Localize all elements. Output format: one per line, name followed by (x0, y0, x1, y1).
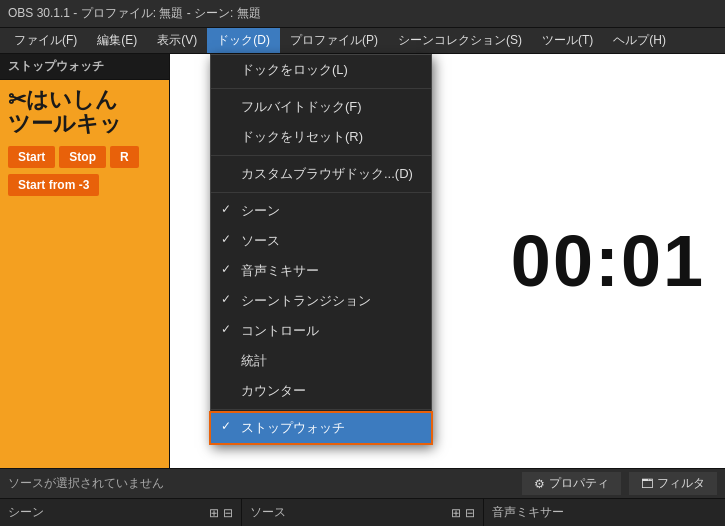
menu-scene-collection[interactable]: シーンコレクション(S) (388, 28, 532, 53)
title-bar: OBS 30.1.1 - プロファイル: 無題 - シーン: 無題 (0, 0, 725, 28)
menu-file[interactable]: ファイル(F) (4, 28, 87, 53)
menu-profile[interactable]: プロファイル(P) (280, 28, 388, 53)
dock-stats[interactable]: 統計 (211, 346, 431, 376)
dock-counter[interactable]: カウンター (211, 376, 431, 406)
reset-button[interactable]: R (110, 146, 139, 168)
bottom-bar: シーン ⊞ ⊟ ソース ⊞ ⊟ 音声ミキサー (0, 498, 725, 526)
start-button[interactable]: Start (8, 146, 55, 168)
bottom-section-audio: 音声ミキサー (484, 499, 725, 526)
menu-edit[interactable]: 編集(E) (87, 28, 147, 53)
dock-audio-mixer[interactable]: 音声ミキサー (211, 256, 431, 286)
start-from-row: Start from -3 (8, 174, 99, 196)
audio-label: 音声ミキサー (492, 504, 564, 521)
dock-stopwatch[interactable]: ストップウォッチ (211, 413, 431, 443)
menu-view[interactable]: 表示(V) (147, 28, 207, 53)
dock-scene[interactable]: シーン (211, 196, 431, 226)
dock-fullbyte[interactable]: フルバイトドック(F) (211, 92, 431, 122)
scene-add-icon[interactable]: ⊞ (209, 506, 219, 520)
scene-remove-icon[interactable]: ⊟ (223, 506, 233, 520)
dock-custom-browser[interactable]: カスタムブラウザドック...(D) (211, 159, 431, 189)
dock-lock[interactable]: ドックをロック(L) (211, 55, 431, 85)
dock-title: ストップウォッチ (0, 54, 169, 80)
dock-reset[interactable]: ドックをリセット(R) (211, 122, 431, 152)
menu-tools[interactable]: ツール(T) (532, 28, 603, 53)
source-remove-icon[interactable]: ⊟ (465, 506, 475, 520)
plugin-logo: ✂はいしん ツールキッ (8, 88, 122, 136)
separator-2 (211, 155, 431, 156)
source-label: ソース (250, 504, 286, 521)
separator-1 (211, 88, 431, 89)
status-text: ソースが選択されていません (8, 475, 514, 492)
start-from-button[interactable]: Start from -3 (8, 174, 99, 196)
stop-button[interactable]: Stop (59, 146, 106, 168)
dock-controls[interactable]: コントロール (211, 316, 431, 346)
plugin-widget: ✂はいしん ツールキッ Start Stop R Start from -3 (0, 80, 169, 468)
scene-label: シーン (8, 504, 44, 521)
gear-icon: ⚙ (534, 477, 545, 491)
title-bar-text: OBS 30.1.1 - プロファイル: 無題 - シーン: 無題 (8, 5, 261, 22)
dock-dropdown-menu: ドックをロック(L) フルバイトドック(F) ドックをリセット(R) カスタムブ… (210, 54, 432, 444)
stopwatch-buttons: Start Stop R (8, 146, 139, 168)
menu-help[interactable]: ヘルプ(H) (603, 28, 676, 53)
menu-bar: ファイル(F) 編集(E) 表示(V) ドック(D) プロファイル(P) シーン… (0, 28, 725, 54)
dock-scene-transitions[interactable]: シーントランジション (211, 286, 431, 316)
properties-button[interactable]: ⚙ プロパティ (522, 472, 621, 495)
dock-source[interactable]: ソース (211, 226, 431, 256)
status-bar: ソースが選択されていません ⚙ プロパティ 🗔 フィルタ (0, 468, 725, 498)
filter-button[interactable]: 🗔 フィルタ (629, 472, 717, 495)
source-add-icon[interactable]: ⊞ (451, 506, 461, 520)
menu-dock[interactable]: ドック(D) (207, 28, 280, 53)
left-dock: ストップウォッチ ✂はいしん ツールキッ Start Stop R Start … (0, 54, 170, 468)
bottom-section-source: ソース ⊞ ⊟ (242, 499, 484, 526)
separator-3 (211, 192, 431, 193)
separator-4 (211, 409, 431, 410)
menu-bar-wrapper: ファイル(F) 編集(E) 表示(V) ドック(D) プロファイル(P) シーン… (0, 28, 725, 54)
filter-icon: 🗔 (641, 477, 653, 491)
bottom-section-scene: シーン ⊞ ⊟ (0, 499, 242, 526)
